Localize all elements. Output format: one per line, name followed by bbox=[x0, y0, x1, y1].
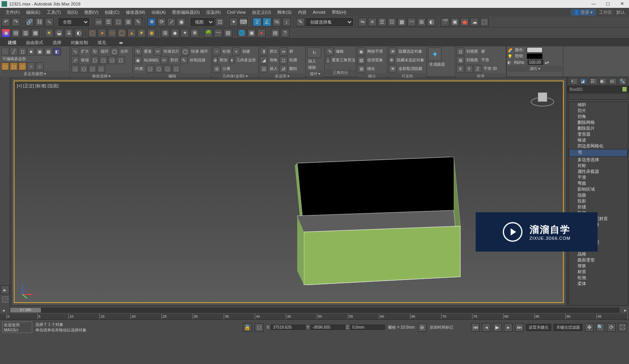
modifier-item[interactable]: 投影 bbox=[569, 198, 628, 204]
modifier-dropdown[interactable] bbox=[568, 94, 628, 100]
z-coord[interactable]: 0.0mm bbox=[350, 325, 385, 330]
cone-button[interactable]: ▲ bbox=[127, 29, 136, 37]
ms2-button[interactable]: ▢ bbox=[80, 65, 88, 73]
loop-button[interactable]: ↻ bbox=[91, 48, 99, 55]
paintconn-button[interactable]: ✎ bbox=[180, 56, 188, 64]
expand-button[interactable]: ⤡ bbox=[71, 48, 79, 55]
light-target-button[interactable]: ◐ bbox=[74, 29, 83, 37]
particle-button[interactable]: ✻ bbox=[190, 29, 199, 37]
menu-script[interactable]: 脚本(S) bbox=[274, 8, 295, 17]
flip-button[interactable]: ⇄ bbox=[280, 65, 287, 73]
cloth-button[interactable]: ▨ bbox=[224, 29, 232, 37]
modifier-item[interactable]: 折缝 bbox=[569, 204, 628, 210]
menu-tools[interactable]: 工具(T) bbox=[44, 8, 64, 17]
modifier-item[interactable]: 材质 bbox=[569, 269, 628, 275]
relax-button[interactable]: ~ bbox=[213, 48, 221, 55]
view-cube[interactable] bbox=[531, 87, 554, 110]
extrude-button[interactable]: ⬆ bbox=[260, 48, 268, 55]
maxscript-button[interactable]: ▤ bbox=[271, 29, 280, 37]
layers-button[interactable]: ☰ bbox=[378, 18, 386, 26]
spinner-snap-button[interactable]: ↕ bbox=[282, 18, 291, 26]
loop-insert-button[interactable]: ↻ bbox=[307, 48, 321, 58]
ribbon-tab-selection[interactable]: 选择 bbox=[53, 40, 61, 46]
layer-button[interactable]: ▥ bbox=[21, 29, 30, 37]
y-button[interactable]: Y bbox=[465, 65, 473, 73]
ms3-button[interactable]: ▢ bbox=[88, 65, 96, 73]
poly-p7-button[interactable]: ◧ bbox=[53, 48, 61, 55]
ribbon-tab-paint[interactable]: 对象绘制 bbox=[71, 40, 88, 46]
align-button[interactable]: ≡ bbox=[368, 18, 377, 26]
modifier-item[interactable]: 切角 bbox=[569, 114, 628, 119]
panel-props-title[interactable]: 属性 ▾ bbox=[508, 66, 562, 72]
tree-button[interactable]: 🌳 bbox=[204, 29, 213, 37]
snap-2d-button[interactable]: 2 bbox=[253, 18, 261, 26]
geosphere-button[interactable]: ◉ bbox=[147, 29, 156, 37]
box-button[interactable]: ▢ bbox=[88, 29, 97, 37]
create-button[interactable]: + bbox=[232, 48, 240, 55]
modifier-item[interactable]: 平滑 bbox=[569, 175, 628, 180]
redo-button[interactable]: ↷ bbox=[11, 18, 20, 26]
modifier-item[interactable]: 变形器 bbox=[569, 131, 628, 137]
nav-max-button[interactable]: ⛶ bbox=[618, 323, 627, 332]
hidesel-button[interactable]: 👁 bbox=[389, 48, 397, 55]
sub3-button[interactable]: ▢ bbox=[18, 63, 26, 70]
l2-button[interactable]: ▢ bbox=[99, 56, 107, 64]
sphere-button[interactable]: ● bbox=[98, 29, 107, 37]
modifier-item[interactable]: 倾斜 bbox=[569, 102, 628, 108]
poly-element-button[interactable]: ▣ bbox=[36, 48, 44, 55]
select-object-button[interactable]: ▭ bbox=[94, 18, 103, 26]
hair-button[interactable]: 〰 bbox=[214, 29, 223, 37]
modifier-item[interactable]: 四边形网格化 bbox=[569, 143, 628, 149]
menu-rendering[interactable]: 渲染(R) bbox=[203, 8, 224, 17]
render-frame-button[interactable]: ▣ bbox=[451, 18, 459, 26]
cmd-tab-create[interactable]: + bbox=[570, 78, 578, 85]
modifier-item[interactable]: 替换 bbox=[569, 263, 628, 269]
render-button[interactable]: 🫖 bbox=[460, 18, 469, 26]
curve-editor-button[interactable]: 〰 bbox=[407, 18, 416, 26]
object-name-input[interactable] bbox=[570, 86, 622, 92]
modifier-item[interactable]: 影响区域 bbox=[569, 186, 628, 192]
insert-button[interactable]: ⊡ bbox=[260, 65, 268, 73]
named-sel-dropdown[interactable]: 创建选择集 bbox=[306, 18, 353, 26]
retri-button[interactable]: △ bbox=[326, 56, 330, 64]
nav-pan-button[interactable]: ✥ bbox=[585, 323, 594, 332]
menu-animation[interactable]: 动画(A) bbox=[148, 8, 169, 17]
filter-select[interactable]: 全部 bbox=[59, 18, 89, 26]
globe-button[interactable]: 🌐 bbox=[237, 29, 246, 37]
y-coord[interactable]: -9596.655 bbox=[311, 325, 345, 330]
toggle-explorer-button[interactable]: ☷ bbox=[388, 18, 396, 26]
x-button[interactable]: X bbox=[456, 65, 464, 73]
collapse-button[interactable]: ▾ bbox=[230, 56, 235, 64]
link-button[interactable]: 🔗 bbox=[25, 18, 34, 26]
select-rect-button[interactable]: ◻ bbox=[114, 18, 123, 26]
ribbon-tab-populate[interactable]: 填充 bbox=[97, 40, 106, 46]
poly-polygon-button[interactable]: ■ bbox=[27, 48, 35, 55]
modifier-item[interactable]: 删除网格 bbox=[569, 119, 628, 125]
cmd-tab-modify[interactable]: ◪ bbox=[580, 78, 587, 85]
light-omni-button[interactable]: ☀ bbox=[45, 29, 53, 37]
modifier-list[interactable]: 倾斜切片切角删除网格删除面片变形器噪波四边形网格化壳多边形选择对称属性承载器平滑… bbox=[568, 101, 628, 306]
scale-button[interactable]: ⤢ bbox=[167, 18, 176, 26]
menu-arnold[interactable]: Arnold bbox=[310, 8, 329, 17]
grid-button[interactable]: ⊞ bbox=[161, 29, 169, 37]
bevel-button[interactable]: ◢ bbox=[260, 56, 268, 64]
timeline-ruler[interactable]: 0510152025303540455055606570758085909510… bbox=[0, 314, 629, 319]
vp-thumb[interactable] bbox=[2, 296, 8, 303]
modifier-item[interactable]: 弯曲 bbox=[569, 180, 628, 186]
ribbon-expand-icon[interactable]: ◂▸ bbox=[119, 40, 123, 45]
illum-swatch[interactable] bbox=[527, 53, 543, 59]
color-swatch[interactable] bbox=[527, 47, 543, 53]
poly-p6-button[interactable]: ▦ bbox=[44, 48, 52, 55]
minimize-button[interactable]: — bbox=[587, 0, 601, 8]
edit-button[interactable]: ✎ bbox=[326, 48, 334, 55]
snap-angle-button[interactable]: ∠ bbox=[263, 18, 271, 26]
ribbon-button[interactable]: ▦ bbox=[397, 18, 406, 26]
box-object[interactable] bbox=[295, 157, 467, 285]
object-color-swatch[interactable] bbox=[622, 86, 627, 92]
sub1-button[interactable]: ▢ bbox=[1, 63, 9, 70]
prev-frame-button[interactable]: ◂ bbox=[482, 323, 491, 332]
modifier-item[interactable]: 切片 bbox=[569, 108, 628, 114]
menu-civilview[interactable]: Civil View bbox=[224, 8, 248, 17]
menu-content[interactable]: 内容 bbox=[295, 8, 310, 17]
maximize-button[interactable]: ▢ bbox=[601, 0, 615, 8]
